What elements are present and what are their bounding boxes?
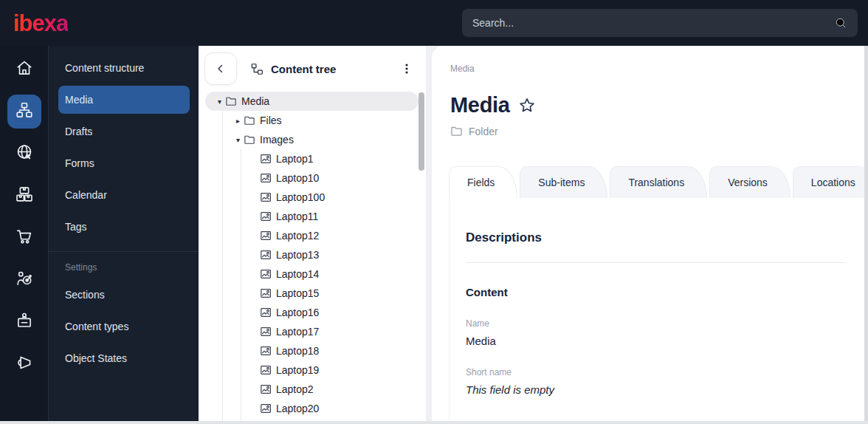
rail-item-home[interactable] — [0, 48, 49, 90]
tab-translations[interactable]: Translations — [610, 166, 707, 198]
tree-row-files[interactable]: ▸Files — [205, 111, 418, 130]
tree-scrollbar-thumb[interactable] — [418, 92, 424, 171]
tree-row-laptop19[interactable]: Laptop19 — [205, 360, 418, 380]
image-icon — [260, 287, 272, 299]
content-tree-title: Content tree — [271, 63, 336, 75]
rail-item-segment-target[interactable] — [0, 259, 49, 301]
window-horizontal-scrollbar[interactable] — [0, 421, 868, 424]
menu-item-calendar[interactable]: Calendar — [49, 179, 199, 211]
menu-item-sections[interactable]: Sections — [49, 278, 199, 310]
window-vertical-scrollbar[interactable] — [864, 46, 868, 424]
rail-item-badge[interactable] — [0, 301, 49, 343]
rail-item-cart[interactable] — [0, 216, 49, 259]
search-input[interactable] — [472, 17, 834, 29]
search-icon[interactable] — [834, 16, 847, 30]
tab-versions[interactable]: Versions — [709, 166, 790, 198]
tab-locations[interactable]: Locations — [793, 166, 868, 198]
tree-row-laptop20[interactable]: Laptop20 — [205, 399, 418, 418]
ibexa-logo[interactable]: ibexa — [13, 12, 68, 35]
tab-sub-items[interactable]: Sub-items — [520, 166, 607, 198]
side-menu: Content structureMediaDraftsFormsCalenda… — [49, 46, 199, 424]
menu-item-drafts[interactable]: Drafts — [49, 115, 199, 147]
field-short-name: Short nameThis field is empty — [466, 367, 846, 396]
kebab-icon — [401, 63, 413, 75]
menu-item-forms[interactable]: Forms — [49, 147, 199, 179]
left-rail — [0, 46, 49, 424]
image-icon — [260, 307, 272, 318]
tree-row-laptop12[interactable]: Laptop12 — [205, 226, 418, 245]
content-tree-title-group: Content tree — [250, 62, 336, 76]
page-title: Media — [450, 93, 510, 117]
tree-node-label: Laptop13 — [276, 249, 319, 261]
tabs-area: FieldsSub-itemsTranslationsVersionsLocat… — [449, 166, 868, 424]
tree-row-laptop13[interactable]: Laptop13 — [205, 245, 418, 264]
tree-row-media[interactable]: ▾Media — [205, 92, 418, 111]
tree-node-label: Laptop12 — [276, 230, 319, 242]
tree-node-label: Laptop20 — [276, 403, 319, 414]
tree-row-laptop18[interactable]: Laptop18 — [205, 341, 418, 360]
home-icon — [15, 58, 34, 81]
rail-item-globe-cursor[interactable] — [0, 132, 49, 174]
rail-tile — [7, 263, 41, 297]
tree-row-laptop1[interactable]: Laptop1 — [205, 149, 418, 168]
search-box[interactable] — [462, 9, 858, 37]
tab-bar: FieldsSub-itemsTranslationsVersionsLocat… — [449, 166, 868, 198]
tree-node-label: Laptop10 — [276, 172, 319, 184]
tree-row-laptop17[interactable]: Laptop17 — [205, 322, 418, 341]
bookmark-star-icon[interactable] — [517, 96, 537, 115]
section-divider — [466, 262, 846, 263]
tree-row-laptop14[interactable]: Laptop14 — [205, 264, 418, 284]
field-name: NameMedia — [466, 318, 846, 347]
folder-icon — [244, 134, 255, 146]
tab-content: Descriptions Content NameMediaShort name… — [449, 198, 868, 424]
tree-row-laptop15[interactable]: Laptop15 — [205, 284, 418, 303]
tree-node-label: Laptop16 — [276, 307, 319, 318]
collapse-tree-button[interactable] — [204, 52, 237, 85]
image-icon — [260, 230, 272, 242]
image-icon — [260, 172, 272, 184]
rail-tile — [7, 347, 41, 381]
rail-item-megaphone[interactable] — [0, 343, 49, 385]
image-icon — [260, 191, 272, 203]
menu-item-object-states[interactable]: Object States — [49, 342, 199, 374]
content-tree-icon — [250, 62, 264, 76]
tree-row-laptop100[interactable]: Laptop100 — [205, 188, 418, 207]
tree-row-laptop16[interactable]: Laptop16 — [205, 303, 418, 322]
tree-node-label: Laptop17 — [276, 326, 319, 338]
caret-down-icon[interactable]: ▾ — [232, 136, 244, 144]
image-icon — [260, 403, 272, 414]
tree-node-label: Images — [260, 134, 294, 146]
breadcrumb[interactable]: Media — [450, 64, 868, 74]
caret-right-icon[interactable]: ▸ — [232, 117, 244, 125]
rail-tile — [7, 95, 41, 129]
field-group-heading: Content — [466, 286, 846, 298]
tab-fields[interactable]: Fields — [449, 166, 517, 198]
menu-item-tags[interactable]: Tags — [49, 211, 199, 242]
image-icon — [260, 268, 272, 280]
tree-row-laptop10[interactable]: Laptop10 — [205, 168, 418, 188]
rail-tile — [7, 179, 41, 213]
settings-heading: Settings — [49, 256, 199, 278]
content-type-label: Folder — [469, 126, 498, 137]
content-tree-header: Content tree — [199, 46, 426, 92]
menu-item-content-types[interactable]: Content types — [49, 310, 199, 342]
badge-icon — [15, 311, 34, 333]
caret-down-icon[interactable]: ▾ — [214, 98, 225, 106]
menu-divider — [49, 251, 199, 252]
menu-item-content-structure[interactable]: Content structure — [49, 52, 199, 83]
image-icon — [260, 345, 272, 357]
tree-node-label: Laptop100 — [276, 191, 325, 203]
tree-row-laptop11[interactable]: Laptop11 — [205, 207, 418, 226]
rail-tile — [7, 305, 41, 339]
folder-icon — [225, 95, 237, 107]
segment-target-icon — [15, 269, 34, 291]
tree-row-images[interactable]: ▾Images — [205, 130, 418, 149]
rail-item-packages[interactable] — [0, 174, 49, 216]
image-icon — [260, 153, 272, 165]
tree-options-button[interactable] — [396, 58, 417, 79]
menu-item-media[interactable]: Media — [58, 86, 190, 114]
globe-cursor-icon — [15, 143, 34, 165]
image-icon — [260, 383, 272, 395]
tree-row-laptop2[interactable]: Laptop2 — [205, 380, 418, 399]
rail-item-sitemap[interactable] — [0, 90, 49, 132]
